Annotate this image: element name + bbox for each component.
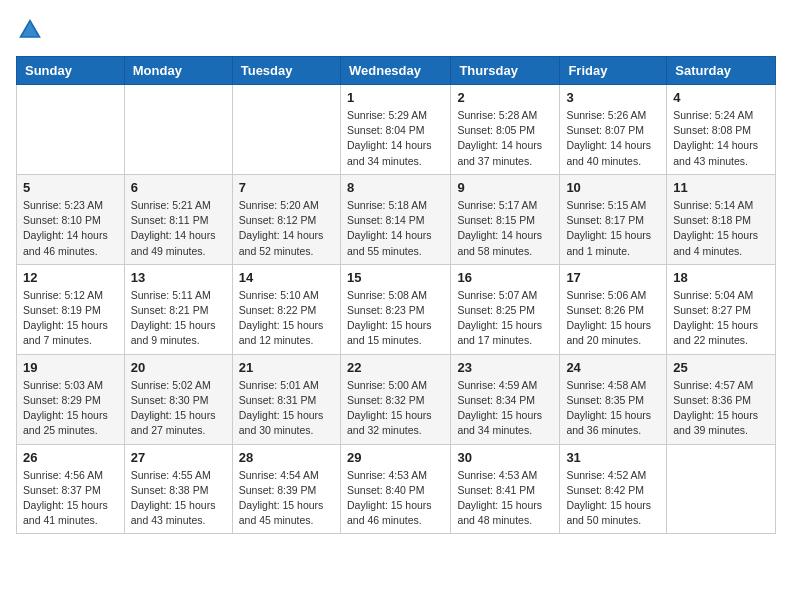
day-number: 16 <box>457 270 553 285</box>
calendar-cell <box>667 444 776 534</box>
calendar-cell: 15Sunrise: 5:08 AM Sunset: 8:23 PM Dayli… <box>340 264 450 354</box>
calendar-cell: 21Sunrise: 5:01 AM Sunset: 8:31 PM Dayli… <box>232 354 340 444</box>
day-info: Sunrise: 5:07 AM Sunset: 8:25 PM Dayligh… <box>457 288 553 349</box>
day-number: 26 <box>23 450 118 465</box>
day-info: Sunrise: 5:01 AM Sunset: 8:31 PM Dayligh… <box>239 378 334 439</box>
logo-icon <box>16 16 44 44</box>
day-number: 10 <box>566 180 660 195</box>
calendar-cell: 24Sunrise: 4:58 AM Sunset: 8:35 PM Dayli… <box>560 354 667 444</box>
calendar-cell: 23Sunrise: 4:59 AM Sunset: 8:34 PM Dayli… <box>451 354 560 444</box>
day-info: Sunrise: 5:02 AM Sunset: 8:30 PM Dayligh… <box>131 378 226 439</box>
day-info: Sunrise: 5:29 AM Sunset: 8:04 PM Dayligh… <box>347 108 444 169</box>
weekday-header: Monday <box>124 57 232 85</box>
day-info: Sunrise: 5:20 AM Sunset: 8:12 PM Dayligh… <box>239 198 334 259</box>
calendar-cell: 3Sunrise: 5:26 AM Sunset: 8:07 PM Daylig… <box>560 85 667 175</box>
calendar-cell: 19Sunrise: 5:03 AM Sunset: 8:29 PM Dayli… <box>17 354 125 444</box>
day-info: Sunrise: 5:06 AM Sunset: 8:26 PM Dayligh… <box>566 288 660 349</box>
calendar-cell: 27Sunrise: 4:55 AM Sunset: 8:38 PM Dayli… <box>124 444 232 534</box>
weekday-header: Sunday <box>17 57 125 85</box>
calendar-cell: 16Sunrise: 5:07 AM Sunset: 8:25 PM Dayli… <box>451 264 560 354</box>
calendar-cell <box>232 85 340 175</box>
day-number: 18 <box>673 270 769 285</box>
calendar-cell: 31Sunrise: 4:52 AM Sunset: 8:42 PM Dayli… <box>560 444 667 534</box>
weekday-header-row: SundayMondayTuesdayWednesdayThursdayFrid… <box>17 57 776 85</box>
day-info: Sunrise: 5:00 AM Sunset: 8:32 PM Dayligh… <box>347 378 444 439</box>
calendar-cell: 17Sunrise: 5:06 AM Sunset: 8:26 PM Dayli… <box>560 264 667 354</box>
day-number: 30 <box>457 450 553 465</box>
calendar-row: 5Sunrise: 5:23 AM Sunset: 8:10 PM Daylig… <box>17 174 776 264</box>
day-number: 31 <box>566 450 660 465</box>
day-number: 20 <box>131 360 226 375</box>
day-info: Sunrise: 5:28 AM Sunset: 8:05 PM Dayligh… <box>457 108 553 169</box>
calendar-cell: 29Sunrise: 4:53 AM Sunset: 8:40 PM Dayli… <box>340 444 450 534</box>
day-number: 3 <box>566 90 660 105</box>
day-number: 17 <box>566 270 660 285</box>
calendar-cell: 4Sunrise: 5:24 AM Sunset: 8:08 PM Daylig… <box>667 85 776 175</box>
day-number: 25 <box>673 360 769 375</box>
day-info: Sunrise: 5:17 AM Sunset: 8:15 PM Dayligh… <box>457 198 553 259</box>
day-info: Sunrise: 4:53 AM Sunset: 8:41 PM Dayligh… <box>457 468 553 529</box>
calendar-cell: 6Sunrise: 5:21 AM Sunset: 8:11 PM Daylig… <box>124 174 232 264</box>
logo <box>16 16 48 44</box>
calendar-cell: 13Sunrise: 5:11 AM Sunset: 8:21 PM Dayli… <box>124 264 232 354</box>
calendar-cell: 14Sunrise: 5:10 AM Sunset: 8:22 PM Dayli… <box>232 264 340 354</box>
day-number: 22 <box>347 360 444 375</box>
day-info: Sunrise: 5:10 AM Sunset: 8:22 PM Dayligh… <box>239 288 334 349</box>
day-number: 23 <box>457 360 553 375</box>
day-info: Sunrise: 5:08 AM Sunset: 8:23 PM Dayligh… <box>347 288 444 349</box>
calendar-cell: 8Sunrise: 5:18 AM Sunset: 8:14 PM Daylig… <box>340 174 450 264</box>
day-number: 12 <box>23 270 118 285</box>
day-number: 5 <box>23 180 118 195</box>
calendar-body: 1Sunrise: 5:29 AM Sunset: 8:04 PM Daylig… <box>17 85 776 534</box>
day-info: Sunrise: 4:59 AM Sunset: 8:34 PM Dayligh… <box>457 378 553 439</box>
calendar-cell: 9Sunrise: 5:17 AM Sunset: 8:15 PM Daylig… <box>451 174 560 264</box>
day-number: 29 <box>347 450 444 465</box>
day-info: Sunrise: 4:56 AM Sunset: 8:37 PM Dayligh… <box>23 468 118 529</box>
day-info: Sunrise: 5:21 AM Sunset: 8:11 PM Dayligh… <box>131 198 226 259</box>
calendar-cell <box>17 85 125 175</box>
day-info: Sunrise: 4:52 AM Sunset: 8:42 PM Dayligh… <box>566 468 660 529</box>
day-number: 27 <box>131 450 226 465</box>
day-number: 1 <box>347 90 444 105</box>
day-number: 11 <box>673 180 769 195</box>
day-info: Sunrise: 5:23 AM Sunset: 8:10 PM Dayligh… <box>23 198 118 259</box>
day-info: Sunrise: 5:12 AM Sunset: 8:19 PM Dayligh… <box>23 288 118 349</box>
calendar-cell: 5Sunrise: 5:23 AM Sunset: 8:10 PM Daylig… <box>17 174 125 264</box>
day-number: 8 <box>347 180 444 195</box>
weekday-header: Saturday <box>667 57 776 85</box>
day-info: Sunrise: 4:53 AM Sunset: 8:40 PM Dayligh… <box>347 468 444 529</box>
calendar-cell: 28Sunrise: 4:54 AM Sunset: 8:39 PM Dayli… <box>232 444 340 534</box>
calendar-cell: 26Sunrise: 4:56 AM Sunset: 8:37 PM Dayli… <box>17 444 125 534</box>
day-number: 6 <box>131 180 226 195</box>
day-info: Sunrise: 5:18 AM Sunset: 8:14 PM Dayligh… <box>347 198 444 259</box>
calendar-cell: 25Sunrise: 4:57 AM Sunset: 8:36 PM Dayli… <box>667 354 776 444</box>
day-number: 4 <box>673 90 769 105</box>
calendar-cell: 30Sunrise: 4:53 AM Sunset: 8:41 PM Dayli… <box>451 444 560 534</box>
day-info: Sunrise: 4:54 AM Sunset: 8:39 PM Dayligh… <box>239 468 334 529</box>
calendar-cell <box>124 85 232 175</box>
calendar-cell: 22Sunrise: 5:00 AM Sunset: 8:32 PM Dayli… <box>340 354 450 444</box>
calendar-header: SundayMondayTuesdayWednesdayThursdayFrid… <box>17 57 776 85</box>
calendar-cell: 10Sunrise: 5:15 AM Sunset: 8:17 PM Dayli… <box>560 174 667 264</box>
calendar-row: 26Sunrise: 4:56 AM Sunset: 8:37 PM Dayli… <box>17 444 776 534</box>
page-header <box>16 16 776 44</box>
day-info: Sunrise: 5:15 AM Sunset: 8:17 PM Dayligh… <box>566 198 660 259</box>
day-number: 2 <box>457 90 553 105</box>
day-info: Sunrise: 4:55 AM Sunset: 8:38 PM Dayligh… <box>131 468 226 529</box>
day-number: 14 <box>239 270 334 285</box>
calendar-cell: 1Sunrise: 5:29 AM Sunset: 8:04 PM Daylig… <box>340 85 450 175</box>
calendar-row: 19Sunrise: 5:03 AM Sunset: 8:29 PM Dayli… <box>17 354 776 444</box>
calendar-cell: 7Sunrise: 5:20 AM Sunset: 8:12 PM Daylig… <box>232 174 340 264</box>
day-info: Sunrise: 4:58 AM Sunset: 8:35 PM Dayligh… <box>566 378 660 439</box>
day-number: 21 <box>239 360 334 375</box>
day-info: Sunrise: 5:14 AM Sunset: 8:18 PM Dayligh… <box>673 198 769 259</box>
day-number: 28 <box>239 450 334 465</box>
calendar-cell: 2Sunrise: 5:28 AM Sunset: 8:05 PM Daylig… <box>451 85 560 175</box>
calendar-cell: 11Sunrise: 5:14 AM Sunset: 8:18 PM Dayli… <box>667 174 776 264</box>
day-number: 7 <box>239 180 334 195</box>
day-number: 15 <box>347 270 444 285</box>
day-info: Sunrise: 5:26 AM Sunset: 8:07 PM Dayligh… <box>566 108 660 169</box>
calendar-table: SundayMondayTuesdayWednesdayThursdayFrid… <box>16 56 776 534</box>
day-info: Sunrise: 5:04 AM Sunset: 8:27 PM Dayligh… <box>673 288 769 349</box>
calendar-row: 1Sunrise: 5:29 AM Sunset: 8:04 PM Daylig… <box>17 85 776 175</box>
